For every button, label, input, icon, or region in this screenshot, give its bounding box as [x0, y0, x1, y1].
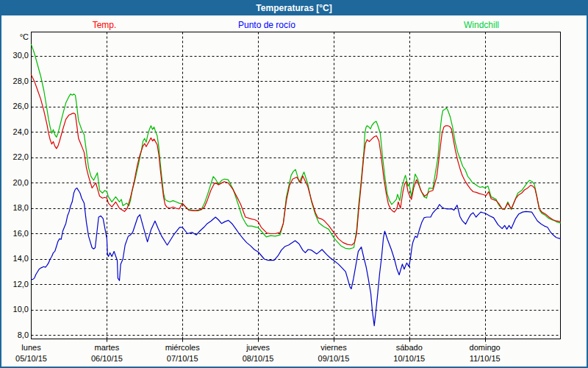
- y-tick-label: 24,0: [3, 127, 29, 136]
- series-line-temp-: [32, 75, 561, 245]
- x-day-date-label: 06/10/15: [91, 354, 123, 363]
- y-tick-label: 28,0: [3, 77, 29, 85]
- x-day-name-label: martes: [95, 343, 120, 352]
- x-day-name-label: domingo: [470, 343, 501, 352]
- x-day-date-label: 05/10/15: [15, 354, 47, 363]
- y-tick-label: 16,0: [3, 229, 29, 238]
- series-line-windchill: [32, 44, 561, 249]
- x-day-date-label: 10/10/15: [393, 354, 425, 363]
- x-day-date-label: 11/10/15: [470, 354, 501, 363]
- x-day-name-label: sábado: [396, 343, 423, 352]
- x-day-name-label: viernes: [320, 343, 346, 352]
- x-axis-ticks: [107, 339, 486, 342]
- y-tick-label: 10,0: [3, 305, 29, 314]
- gridlines: [32, 32, 561, 339]
- y-tick-label: 30,0: [3, 51, 29, 60]
- y-tick-label: 22,0: [3, 152, 29, 161]
- x-day-name-label: miércoles: [165, 343, 200, 352]
- y-tick-label: 8,0: [3, 330, 29, 339]
- x-day-date-label: 07/10/15: [167, 354, 198, 363]
- x-day-date-label: 08/10/15: [243, 354, 274, 363]
- plot-border: [32, 32, 561, 339]
- x-day-name-label: lunes: [21, 343, 40, 352]
- y-tick-label: 18,0: [3, 203, 29, 212]
- y-tick-label: 26,0: [3, 102, 29, 110]
- y-tick-label: 14,0: [3, 254, 29, 263]
- y-tick-label: 12,0: [3, 280, 29, 289]
- temperature-chart: [1, 1, 588, 368]
- app-window: Temperaturas [°C] Temp. Punto de rocío W…: [0, 0, 588, 368]
- x-day-name-label: jueves: [246, 343, 270, 352]
- x-day-date-label: 09/10/15: [318, 354, 350, 363]
- y-tick-label: 20,0: [3, 178, 29, 187]
